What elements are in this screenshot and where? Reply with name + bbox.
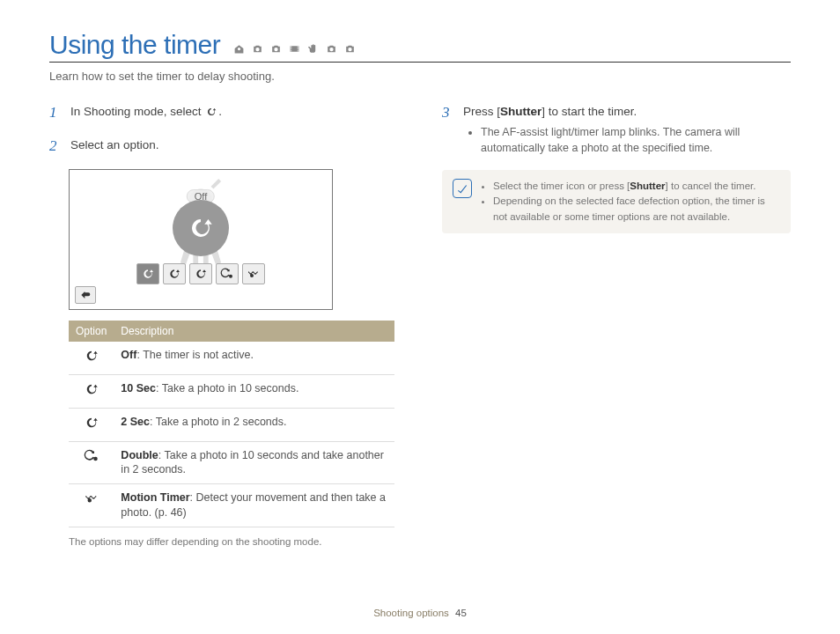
row-icon-10sec xyxy=(69,374,114,408)
chip-motion[interactable] xyxy=(242,263,265,284)
timer-motion-icon xyxy=(247,267,261,281)
hand-icon xyxy=(306,43,320,55)
chip-off[interactable] xyxy=(136,263,159,284)
step-1-text-pre: In Shooting mode, select xyxy=(70,105,204,118)
table-row: 2 Sec: Take a photo in 2 seconds. xyxy=(69,408,394,441)
footer-page: 45 xyxy=(455,608,467,618)
house-icon xyxy=(232,43,246,55)
table-footnote: The options may differ depending on the … xyxy=(69,536,398,547)
footer-section: Shooting options xyxy=(373,608,449,618)
row-icon-motion xyxy=(69,484,114,527)
chip-10sec[interactable] xyxy=(163,263,186,284)
row-icon-2sec xyxy=(69,408,114,441)
camcorder2-icon xyxy=(343,43,357,55)
left-column: 1 In Shooting mode, select . 2 Select an… xyxy=(49,104,398,547)
th-option: Option xyxy=(69,321,114,342)
timer-off-icon xyxy=(141,267,155,281)
page-header: Using the timer xyxy=(49,30,791,63)
timer-off-large-icon xyxy=(186,213,216,243)
timer-off-icon xyxy=(204,106,218,123)
step-2: 2 Select an option. xyxy=(49,137,398,155)
camera-icon xyxy=(251,43,264,55)
chip-double[interactable] xyxy=(216,263,239,284)
step-number: 1 xyxy=(49,104,62,122)
back-button[interactable] xyxy=(75,286,96,304)
note-bullet-1: Select the timer icon or press [Shutter]… xyxy=(493,179,780,194)
hub-circle xyxy=(173,200,229,256)
row-icon-off xyxy=(69,342,114,374)
camcorder-icon xyxy=(325,43,338,55)
chip-2sec[interactable] xyxy=(189,263,212,284)
row-icon-double xyxy=(69,441,114,484)
camera-ui-screenshot: Off xyxy=(69,169,333,310)
table-row: Double: Take a photo in 10 seconds and t… xyxy=(69,441,394,484)
page-footer: Shooting options 45 xyxy=(0,608,840,618)
step-number: 2 xyxy=(49,137,62,155)
note-bullet-2: Depending on the selected face defection… xyxy=(493,194,780,225)
note-icon xyxy=(453,179,472,198)
timer-2-icon xyxy=(194,267,208,281)
back-icon xyxy=(78,288,92,302)
step-3: 3 Press [Shutter] to start the timer. Th… xyxy=(442,104,791,156)
timer-10-icon xyxy=(167,267,181,281)
step-2-text: Select an option. xyxy=(70,137,398,154)
page-title: Using the timer xyxy=(49,30,220,60)
step-3-bullet: The AF-assist light/timer lamp blinks. T… xyxy=(481,124,791,156)
note-box: Select the timer icon or press [Shutter]… xyxy=(442,170,791,233)
step-3-post: ] to start the timer. xyxy=(542,105,637,118)
camera-plus-icon xyxy=(269,43,283,55)
table-row: Off: The timer is not active. xyxy=(69,342,394,374)
step-3-bold: Shutter xyxy=(500,105,542,118)
options-table: Option Description Off: The timer is not… xyxy=(69,321,394,527)
film-icon xyxy=(288,43,301,55)
step-number: 3 xyxy=(442,104,454,122)
option-icon-row xyxy=(136,263,265,284)
step-1: 1 In Shooting mode, select . xyxy=(49,104,398,123)
table-row: Motion Timer: Detect your movement and t… xyxy=(69,484,394,527)
step-3-pre: Press [ xyxy=(463,105,500,118)
right-column: 3 Press [Shutter] to start the timer. Th… xyxy=(442,104,791,547)
timer-double-icon xyxy=(220,267,234,281)
step-1-text-post: . xyxy=(218,105,222,118)
page-subtitle: Learn how to set the timer to delay shoo… xyxy=(49,70,791,83)
th-description: Description xyxy=(114,321,394,342)
mode-icon-strip xyxy=(232,43,357,55)
table-row: 10 Sec: Take a photo in 10 seconds. xyxy=(69,374,394,408)
